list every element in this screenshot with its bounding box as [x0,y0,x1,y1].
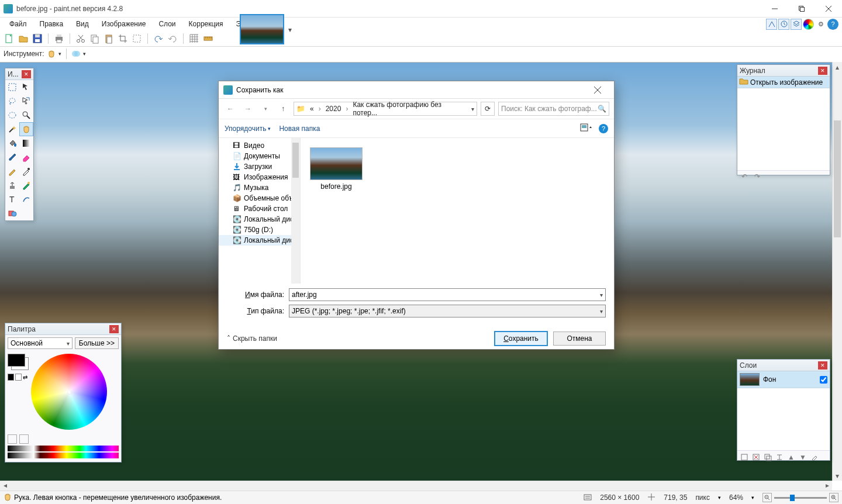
history-panel[interactable]: Журнал✕ Открыть изображение ↶ ↷ [737,64,830,175]
print-button[interactable] [53,33,65,44]
palette-strip-row1[interactable] [8,446,119,451]
history-close[interactable]: ✕ [818,67,827,75]
address-dropdown-icon[interactable]: ▾ [471,106,474,112]
horizontal-scrollbar[interactable]: ◂ ▸ [0,481,832,491]
document-thumbnail[interactable]: ▾ [240,14,284,44]
reset-colors-button[interactable] [8,374,14,381]
maximize-button[interactable] [788,0,815,18]
tool-brush[interactable] [5,150,19,164]
address-bar[interactable]: 📁 « › 2020 › Как сжать фотографию без по… [294,102,477,116]
copy-button[interactable] [89,33,101,44]
crop-button[interactable] [117,33,129,44]
nav-tree[interactable]: 🎞Видео 📄Документы Загрузки 🖼Изображения … [219,138,301,284]
color-wheel[interactable] [31,354,107,430]
layer-properties-icon[interactable] [810,453,819,462]
new-file-button[interactable] [4,33,15,44]
swap-icon[interactable]: ⇄ [23,374,27,381]
minimize-button[interactable] [761,0,788,18]
tree-local-c[interactable]: 💽Локальный дис [219,214,300,225]
tool-pencil[interactable] [5,164,19,178]
layer-up-icon[interactable]: ▲ [786,453,796,462]
zoom-slider[interactable] [774,497,827,499]
scroll-left-icon[interactable]: ◂ [0,481,10,489]
help-icon[interactable]: ? [827,19,838,30]
tree-3d[interactable]: 📦Объемные объ [219,193,300,203]
breadcrumb-ellipsis[interactable]: « [308,105,316,113]
tool-fill[interactable] [5,136,19,150]
tree-scrollbar[interactable] [291,138,300,284]
view-mode-dropdown[interactable] [580,123,593,133]
hide-folders-toggle[interactable]: ˄ Скрыть папки [227,334,277,343]
dialog-close-button[interactable] [586,82,609,98]
tree-images[interactable]: 🖼Изображения [219,172,300,182]
palette-panel[interactable]: Палитра✕ Основной▾ Больше >> ⇄ [5,323,122,462]
palette-strip-row2[interactable] [8,453,119,458]
file-area[interactable]: before.jpg [301,138,614,284]
tool-shapes[interactable] [5,206,19,220]
tool-color-picker[interactable] [19,164,33,178]
tool-move-pixels[interactable] [19,94,33,108]
tree-video[interactable]: 🎞Видео [219,140,300,151]
menu-adjust[interactable]: Коррекция [183,19,229,29]
filename-dropdown-icon[interactable]: ▾ [600,292,603,298]
menu-view[interactable]: Вид [70,19,95,29]
close-button[interactable] [815,0,842,18]
tree-documents[interactable]: 📄Документы [219,151,300,161]
layer-mode-icon[interactable] [71,50,81,58]
palette-more-button[interactable]: Больше >> [75,337,119,349]
layer-duplicate-icon[interactable] [763,453,772,462]
layers-close[interactable]: ✕ [818,361,827,370]
window-tools-toggle[interactable] [766,19,777,30]
primary-color-swatch[interactable] [8,354,25,367]
scroll-up-icon[interactable]: ▴ [833,62,842,72]
new-folder-button[interactable]: Новая папка [279,125,320,133]
grid-toggle[interactable] [188,33,200,44]
layer-delete-icon[interactable] [751,453,761,462]
filetype-dropdown-icon[interactable]: ▾ [600,308,603,315]
tool-pan[interactable] [19,122,33,136]
deselect-button[interactable] [131,33,143,44]
nav-up-button[interactable]: ↑ [276,102,290,116]
layer-visible-checkbox[interactable] [820,376,827,384]
nav-back-button[interactable]: ← [223,102,237,116]
nav-forward-button[interactable]: → [241,102,255,116]
history-undo-icon[interactable]: ↶ [740,172,749,181]
status-zoom[interactable]: 64% [729,493,743,502]
tool-move-selection[interactable] [19,80,33,94]
tool-recolor[interactable] [19,178,33,192]
menu-image[interactable]: Изображение [96,19,152,29]
redo-button[interactable] [167,33,178,44]
paste-button[interactable] [103,33,115,44]
tree-desktop[interactable]: 🖥Рабочий стол [219,203,300,214]
history-item-open[interactable]: Открыть изображение [737,77,830,88]
file-item-before[interactable]: before.jpg [310,147,363,191]
zoom-dropdown-icon[interactable]: ▾ [751,495,754,500]
swap-colors-button[interactable] [15,374,22,381]
filetype-combo[interactable]: JPEG (*.jpg; *.jpeg; *.jpe; *.jfif; *.ex… [289,305,606,317]
save-button[interactable] [32,33,43,44]
menu-layers[interactable]: Слои [153,19,181,29]
dialog-save-button[interactable]: Сохранить [495,332,547,346]
tools-panel[interactable]: И...✕ T [5,68,34,221]
search-icon[interactable]: 🔍 [598,105,606,113]
window-colors-toggle[interactable] [803,19,814,30]
breadcrumb-2020[interactable]: 2020 [323,105,344,113]
filename-input[interactable]: after.jpg▾ [289,288,606,301]
zoom-slider-thumb[interactable] [790,495,795,501]
history-redo-icon[interactable]: ↷ [753,172,762,181]
palette-close[interactable]: ✕ [109,325,119,333]
tool-eraser[interactable] [19,150,33,164]
ruler-toggle[interactable] [202,33,214,44]
zoom-in-button[interactable] [829,493,838,502]
tree-downloads[interactable]: Загрузки [219,161,300,172]
palette-primary-selector[interactable]: Основной▾ [8,337,73,349]
window-history-toggle[interactable] [778,19,789,30]
layers-panel[interactable]: Слои✕ Фон ▲ ▼ [737,359,830,461]
units-dropdown-icon[interactable]: ▾ [718,495,721,500]
undo-button[interactable] [153,33,164,44]
tool-text[interactable]: T [5,192,19,206]
mode-dropdown-icon[interactable]: ▾ [83,51,86,57]
nav-recent-dropdown[interactable]: ▾ [258,102,272,116]
open-file-button[interactable] [18,33,29,44]
tree-music[interactable]: 🎵Музыка [219,182,300,193]
